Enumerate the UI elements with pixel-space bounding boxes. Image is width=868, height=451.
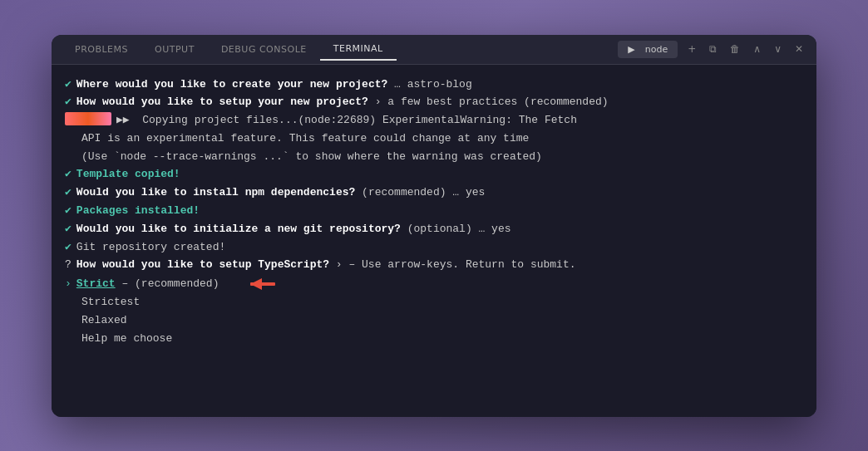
question-icon: ? (65, 257, 72, 274)
tab-output[interactable]: OUTPUT (141, 39, 208, 60)
strict-label[interactable]: Strict (76, 276, 116, 293)
help-label[interactable]: Help me choose (65, 331, 172, 348)
strictest-label[interactable]: Strictest (65, 294, 140, 311)
strict-desc: – (recommended) (116, 276, 219, 293)
check-icon-1: ✔ (65, 76, 72, 94)
line2-bold: How would you like to setup your new pro… (76, 94, 368, 111)
terminal-icon: ▶ (624, 42, 638, 56)
selected-chevron: › (65, 276, 72, 293)
tab-bar: PROBLEMS OUTPUT DEBUG CONSOLE TERMINAL ▶… (52, 35, 816, 65)
line3b-text: API is an experimental feature. This fea… (81, 130, 529, 148)
node-badge: ▶ node (618, 41, 678, 58)
line9-bold: How would you like to setup TypeScript? (76, 257, 329, 274)
check-icon-2: ✔ (65, 94, 72, 111)
line-project-location: ✔ Where would you like to create your ne… (65, 76, 803, 94)
vscode-window: PROBLEMS OUTPUT DEBUG CONSOLE TERMINAL ▶… (52, 35, 816, 417)
node-label: node (642, 42, 671, 56)
check-icon-4: ✔ (65, 184, 72, 202)
line5-bold: Would you like to install npm dependenci… (76, 184, 355, 202)
line-copying-c: (Use `node --trace-warnings ...` to show… (65, 149, 803, 166)
svg-marker-1 (250, 278, 262, 290)
svg-rect-2 (265, 282, 275, 286)
line4-text: Template copied! (76, 166, 180, 184)
line-git-created: ✔ Git repository created! (65, 239, 803, 257)
tab-problems[interactable]: PROBLEMS (62, 39, 141, 60)
line9-normal: › – Use arrow-keys. Return to submit. (329, 257, 575, 274)
relaxed-label[interactable]: Relaxed (65, 312, 127, 330)
line-npm-deps: ✔ Would you like to install npm dependen… (65, 184, 803, 202)
check-icon-7: ✔ (65, 239, 72, 257)
terminal-body: ✔ Where would you like to create your ne… (52, 65, 816, 417)
delete-terminal-button[interactable]: 🗑 (727, 42, 743, 56)
add-terminal-button[interactable]: + (684, 42, 699, 56)
check-icon-6: ✔ (65, 221, 72, 238)
line1-bold: Where would you like to create your new … (76, 76, 387, 94)
line-project-setup: ✔ How would you like to setup your new p… (65, 94, 803, 111)
expand-button[interactable]: ∧ (750, 42, 764, 56)
line2-normal: › a few best practices (recommended) (368, 94, 609, 111)
line-packages-installed: ✔ Packages installed! (65, 203, 803, 220)
line7-normal: (optional) … yes (401, 221, 511, 238)
line6-text: Packages installed! (76, 203, 200, 220)
color-block-icon (65, 112, 111, 125)
line-strictest-option: Strictest (65, 294, 803, 311)
check-icon-3: ✔ (65, 166, 72, 184)
line3a-text: ▶▶ Copying project files...(node:22689) … (116, 112, 577, 130)
line-copying-b: API is an experimental feature. This fea… (65, 130, 803, 148)
line-copying-a: ▶▶ Copying project files...(node:22689) … (65, 112, 803, 130)
line-git-init: ✔ Would you like to initialize a new git… (65, 221, 803, 238)
line7-bold: Would you like to initialize a new git r… (76, 221, 401, 238)
tab-terminal[interactable]: TERMINAL (320, 38, 397, 61)
split-terminal-button[interactable]: ⧉ (706, 42, 720, 56)
line-help-option: Help me choose (65, 331, 803, 348)
line-template-copied: ✔ Template copied! (65, 166, 803, 184)
collapse-button[interactable]: ∨ (771, 42, 785, 56)
tab-actions: ▶ node + ⧉ 🗑 ∧ ∨ ✕ (618, 41, 806, 58)
line-typescript-question: ? How would you like to setup TypeScript… (65, 257, 803, 274)
close-button[interactable]: ✕ (792, 42, 806, 56)
line3c-text: (Use `node --trace-warnings ...` to show… (81, 149, 542, 166)
line8-text: Git repository created! (76, 239, 225, 257)
tab-debug-console[interactable]: DEBUG CONSOLE (208, 39, 320, 60)
red-arrow-icon (225, 275, 275, 293)
line-strict-option: › Strict – (recommended) (65, 275, 803, 293)
line-relaxed-option: Relaxed (65, 312, 803, 330)
line5-normal: (recommended) … yes (355, 184, 485, 202)
check-icon-5: ✔ (65, 203, 72, 220)
line1-normal: … astro-blog (387, 76, 471, 94)
